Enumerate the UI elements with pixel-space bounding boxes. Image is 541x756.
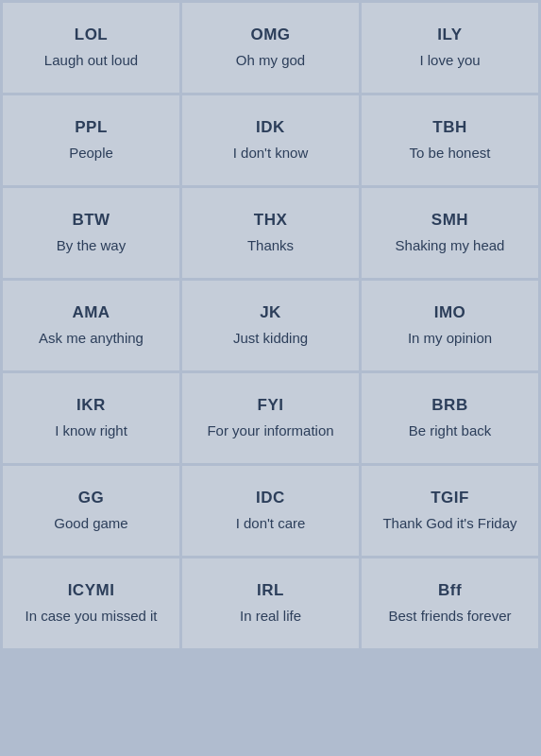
abbreviation-cell-ily: ILYI love you (362, 3, 538, 93)
abbreviation-abbr: SMH (431, 211, 468, 230)
abbreviation-meaning: I don't know (233, 143, 309, 163)
abbreviation-abbr: TGIF (431, 489, 469, 507)
abbreviation-cell-idc: IDCI don't care (182, 466, 359, 556)
abbreviation-abbr: IMO (434, 303, 466, 322)
abbreviation-meaning: Thanks (247, 235, 294, 255)
abbreviation-cell-lol: LOLLaugh out loud (3, 3, 179, 93)
abbreviation-meaning: Good game (54, 513, 127, 533)
abbreviation-abbr: IDC (256, 489, 285, 507)
abbreviation-cell-smh: SMHShaking my head (362, 188, 538, 278)
abbreviation-abbr: FYI (258, 396, 284, 415)
abbreviation-meaning: Ask me anything (39, 328, 144, 348)
abbreviation-meaning: People (69, 143, 113, 163)
abbreviation-meaning: Be right back (409, 421, 492, 440)
abbreviation-meaning: To be honest (410, 143, 491, 163)
abbreviation-meaning: Just kidding (233, 328, 308, 348)
abbreviation-meaning: Oh my god (236, 50, 305, 70)
abbreviation-abbr: GG (78, 489, 104, 507)
abbreviation-cell-ama: AMAAsk me anything (3, 281, 179, 370)
abbreviation-abbr: LOL (75, 26, 109, 44)
abbreviation-abbr: IRL (257, 581, 284, 600)
abbreviation-abbr: ICYMI (68, 581, 115, 600)
abbreviation-meaning: I love you (419, 50, 480, 70)
abbreviation-abbr: BRB (431, 396, 467, 415)
abbreviation-abbr: PPL (75, 118, 108, 137)
abbreviation-cell-irl: IRLIn real life (182, 558, 359, 648)
abbreviation-cell-fyi: FYIFor your information (182, 373, 359, 463)
abbreviation-cell-gg: GGGood game (3, 466, 179, 556)
abbreviation-abbr: JK (260, 303, 281, 322)
abbreviation-meaning: Laugh out loud (44, 50, 138, 70)
abbreviation-meaning: For your information (207, 421, 333, 440)
abbreviation-abbr: OMG (250, 26, 290, 44)
abbreviation-cell-btw: BTWBy the way (3, 188, 179, 278)
abbreviation-cell-icymi: ICYMIIn case you missed it (3, 558, 179, 648)
abbreviation-cell-thx: THXThanks (182, 188, 359, 278)
abbreviation-meaning: Thank God it's Friday (382, 513, 516, 533)
abbreviation-abbr: IDK (256, 118, 285, 137)
abbreviation-cell-ppl: PPLPeople (3, 95, 179, 185)
abbreviation-cell-imo: IMOIn my opinion (362, 281, 538, 370)
abbreviation-abbr: IKR (76, 396, 106, 415)
abbreviation-abbr: THX (254, 211, 288, 230)
abbreviation-abbr: Bff (438, 581, 462, 600)
abbreviation-cell-jk: JKJust kidding (182, 281, 359, 370)
abbreviation-cell-omg: OMGOh my god (182, 3, 359, 93)
abbreviation-meaning: I don't care (236, 513, 306, 533)
abbreviation-cell-bff: BffBest friends forever (362, 558, 538, 648)
abbreviation-meaning: In real life (240, 606, 301, 626)
abbreviation-cell-brb: BRBBe right back (362, 373, 538, 463)
abbreviation-meaning: Best friends forever (388, 606, 511, 626)
abbreviation-cell-ikr: IKRI know right (3, 373, 179, 463)
abbreviations-grid: LOLLaugh out loudOMGOh my godILYI love y… (0, 0, 541, 651)
abbreviation-meaning: In case you missed it (25, 606, 157, 626)
abbreviation-meaning: In my opinion (408, 328, 492, 348)
abbreviation-meaning: I know right (55, 421, 127, 440)
abbreviation-cell-idk: IDKI don't know (182, 95, 359, 185)
abbreviation-cell-tgif: TGIFThank God it's Friday (362, 466, 538, 556)
abbreviation-abbr: ILY (437, 26, 462, 44)
abbreviation-abbr: TBH (432, 118, 466, 137)
abbreviation-abbr: BTW (72, 211, 110, 230)
abbreviation-abbr: AMA (72, 303, 110, 322)
abbreviation-cell-tbh: TBHTo be honest (362, 95, 538, 185)
abbreviation-meaning: By the way (57, 235, 126, 255)
abbreviation-meaning: Shaking my head (396, 235, 505, 255)
